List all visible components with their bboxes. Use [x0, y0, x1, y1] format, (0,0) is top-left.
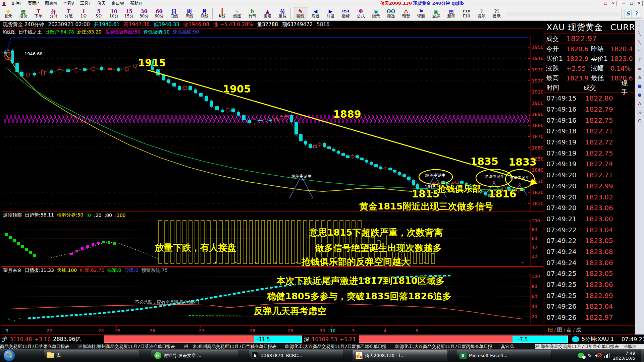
price-axis-label: 1880: [532, 123, 543, 128]
menu-2[interactable]: 图表M: [42, 1, 60, 6]
taskbar-app-explorer-library[interactable]: 库: [44, 350, 139, 361]
quote-seg-5: 收1946.08: [183, 21, 209, 28]
sale-time: 07:49:26: [546, 302, 585, 310]
multi-fan-tool[interactable]: ⋔: [636, 74, 643, 80]
close-button[interactable]: ×: [636, 1, 643, 6]
arc-tool[interactable]: ◠: [636, 48, 643, 54]
wechat-tray-icon[interactable]: [578, 353, 584, 358]
taskbar-app-excel[interactable]: XMicrosoft Excel(...: [456, 350, 552, 361]
toolbar-button-explain[interactable]: ?说明: [474, 7, 489, 20]
taskbar-app-bcrc-window[interactable]: ♞33687870: BCRC...: [248, 350, 344, 361]
toolbar-button-f10[interactable]: F10F10: [459, 7, 474, 20]
toolbar-button-draw-line[interactable]: ✎画线: [293, 7, 308, 20]
toolbar-label: 评测: [417, 14, 425, 18]
toolbar-button-indicator[interactable]: RSI指标: [338, 7, 353, 20]
child-close-button[interactable]: ×: [610, 1, 617, 6]
minimize-button[interactable]: —: [620, 1, 627, 6]
restore-button[interactable]: □: [628, 1, 635, 6]
wave-panel[interactable]: 波段顶部日趋势:56.11强弱分界:50:0:20:80:100 1008060…: [1, 211, 543, 266]
price-axis-label: 1840: [532, 167, 543, 173]
toolbar-button-login[interactable]: ⚡登录: [1, 7, 16, 20]
time-sales-list[interactable]: 07:49:151822.8007:49:161822.7907:49:1618…: [544, 93, 635, 323]
start-button[interactable]: [3, 350, 15, 361]
toolbar-button-back[interactable]: ◀后退: [308, 7, 323, 20]
menu-4[interactable]: 工具T: [77, 1, 94, 6]
clock[interactable]: 7:49 2023/10/5: [613, 351, 635, 361]
menu-6[interactable]: 窗口W: [109, 1, 127, 6]
sale-row: 07:49:221823.05: [544, 235, 635, 246]
toolbar-separator: [290, 8, 292, 19]
toolbar-button-period-day[interactable]: 日日线: [167, 7, 182, 20]
toolbar-button-line-chart[interactable]: ≈线图: [230, 7, 245, 20]
tab-细[interactable]: 细: [547, 327, 553, 333]
golden-section-tool[interactable]: G: [636, 118, 643, 124]
quote-value2: 1820.4: [610, 45, 633, 53]
toolbar-button-bamboo[interactable]: ℎ竹节: [245, 7, 260, 20]
sale-row: 07:49:241823.06: [544, 257, 635, 268]
menu-5[interactable]: 倚天: [94, 1, 109, 6]
toolbar-button-quotes[interactable]: ▦报价: [16, 7, 31, 20]
toolbar-button-kline[interactable]: ║K线: [215, 7, 230, 20]
drag-handle[interactable]: ⋯: [636, 22, 643, 28]
toolbar-button-alert[interactable]: ⚠预警: [398, 7, 414, 20]
x-axis-label: 3: [352, 328, 355, 333]
toolbar-button-period-month[interactable]: 月月线: [197, 7, 212, 20]
help-question-button[interactable]: ?: [633, 10, 640, 17]
menu-0[interactable]: 文件F: [8, 1, 25, 6]
show-desktop-button[interactable]: [641, 349, 644, 362]
wave-chart[interactable]: 10080604020放量下跌，有人接盘意思1815下超跌严重，次数背离做多信号…: [1, 219, 543, 266]
percent-tool[interactable]: %: [636, 109, 643, 115]
toolbar-button-news[interactable]: ▤新闻: [444, 7, 459, 20]
kline-panel[interactable]: K线图日中线之王日散户:84.78新庄:83.20高抛低吸界线:50逢低吸呐:1…: [1, 28, 543, 211]
toolbar-button-order[interactable]: T下单: [31, 7, 46, 20]
toolbar-button-evaluate[interactable]: ⚑评测: [414, 7, 429, 20]
despair-label: 绝望中诞生: [291, 174, 312, 179]
rect-tool[interactable]: ■: [636, 83, 643, 89]
toolbar-button-formula[interactable]: Φ公式: [353, 7, 368, 20]
taskbar-app-browser-article[interactable]: e财经号-发表文章 ...: [151, 350, 238, 361]
toolbar-button-fullscreen[interactable]: ▣全屏: [429, 7, 444, 20]
toolbar-button-filter[interactable]: OO筛选: [383, 7, 398, 20]
kline-chart[interactable]: 1950194019301920191019001890188018701860…: [1, 36, 543, 211]
server-time: 07:49:27: [622, 335, 644, 344]
toolbar-button-period-10m[interactable]: 1010分: [106, 7, 121, 20]
text-tool[interactable]: A: [636, 100, 643, 107]
toolbar-button-tips[interactable]: ?!提示: [489, 7, 504, 20]
price-axis-label: 1870: [532, 134, 543, 139]
ray-line-tool[interactable]: ╲: [636, 39, 643, 46]
service-s-button[interactable]: S: [624, 10, 632, 17]
index-seg: 2883.96亿: [53, 336, 80, 343]
count-lines-tool[interactable]: ≡: [636, 65, 643, 72]
toolbar-button-forward[interactable]: ▶前进: [323, 7, 338, 20]
menu-7[interactable]: 帮助H: [127, 1, 145, 6]
tab-成[interactable]: 成: [575, 327, 582, 333]
index-seg: 10109.53: [312, 336, 337, 343]
fan-line-tool[interactable]: ⫽: [636, 57, 643, 63]
child-restore-button[interactable]: □: [602, 1, 609, 6]
toolbar-button-pagoda[interactable]: ▲宝塔: [260, 7, 275, 20]
moon-panel[interactable]: 望月来金日情报:31.33天线:100红军:62.70绿军:0导弹:0预警系统:…: [1, 266, 543, 326]
sale-price: 1822.75: [585, 149, 613, 157]
speaker-muted-icon[interactable]: [595, 353, 601, 358]
toolbar-button-period-week[interactable]: 周周线: [182, 7, 197, 20]
ellipse-tool[interactable]: ●: [636, 92, 643, 98]
toolbar-button-period-15m[interactable]: 1515分: [121, 7, 137, 20]
toolbar-button-period-1m[interactable]: 11分: [76, 7, 91, 20]
moon-chart[interactable]: 10080604020不必杀跌，应有小反弹 跌停除外!本次下跌近尾声激进1817…: [1, 274, 543, 325]
toolbar-button-period-5m[interactable]: 55分: [91, 7, 106, 20]
network-signal-icon[interactable]: [604, 353, 610, 358]
menu-3[interactable]: 查看V: [60, 1, 77, 6]
toolbar-button-retransmit[interactable]: 传重传: [275, 7, 290, 20]
tab-图[interactable]: 图: [556, 327, 563, 333]
toolbar-button-tick[interactable]: T分笔: [61, 7, 76, 20]
tab-盘[interactable]: 盘: [566, 327, 572, 333]
toolbar-button-period-60m[interactable]: 6060分: [152, 7, 167, 20]
period-indicator[interactable]: 5分钟:XAU 1: [582, 335, 614, 344]
toolbar-button-minute-chart[interactable]: 分分时: [46, 7, 61, 20]
trend-line-tool[interactable]: ╲: [636, 31, 643, 37]
toolbar-button-period-30m[interactable]: 3030分: [137, 7, 152, 20]
menu-1[interactable]: 页面P: [25, 1, 42, 6]
toolbar-button-signal[interactable]: ◉指示: [368, 7, 383, 20]
pen-tray-icon[interactable]: ✎: [587, 353, 592, 359]
taskbar-app-yitian-app[interactable]: 倚天2008.130 - [...: [352, 350, 448, 361]
